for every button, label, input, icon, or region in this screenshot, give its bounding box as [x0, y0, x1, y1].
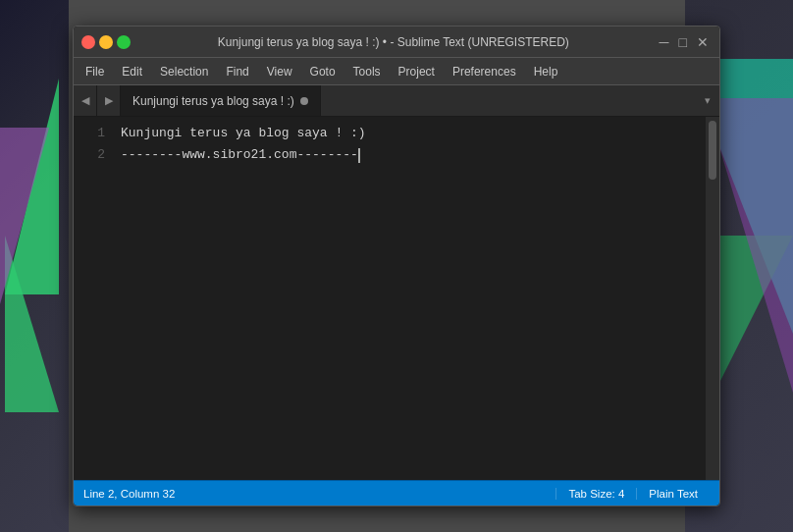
- menu-goto[interactable]: Goto: [302, 61, 344, 82]
- tab-spacer: [321, 85, 696, 116]
- title-bar-right-controls: ─ □ ✕: [657, 34, 712, 50]
- menu-find[interactable]: Find: [218, 61, 256, 82]
- tab-bar: ◀ ▶ Kunjungi terus ya blog saya ! :) ▾: [74, 85, 719, 117]
- win-minimize-icon[interactable]: ─: [657, 34, 672, 50]
- status-bar: Line 2, Column 32 Tab Size: 4 Plain Text: [74, 480, 719, 505]
- line-num-1: 1: [74, 123, 105, 144]
- menu-file[interactable]: File: [78, 61, 112, 82]
- window-controls: × − +: [81, 35, 131, 49]
- menu-tools[interactable]: Tools: [345, 61, 389, 82]
- main-window: × − + Kunjungi terus ya blog saya ! :) •…: [73, 26, 720, 506]
- menu-bar: File Edit Selection Find View Goto Tools…: [74, 58, 719, 85]
- menu-edit[interactable]: Edit: [114, 61, 150, 82]
- menu-selection[interactable]: Selection: [152, 61, 216, 82]
- active-tab[interactable]: Kunjungi terus ya blog saya ! :): [121, 85, 321, 116]
- status-right-items: Tab Size: 4 Plain Text: [555, 488, 710, 500]
- editor-area: 1 2 Kunjungi terus ya blog saya ! :) ---…: [74, 117, 719, 480]
- minimize-button[interactable]: −: [99, 35, 113, 49]
- code-line-1: Kunjungi terus ya blog saya ! :): [121, 123, 698, 144]
- status-tab-size[interactable]: Tab Size: 4: [555, 488, 636, 500]
- status-syntax[interactable]: Plain Text: [636, 488, 710, 500]
- tab-unsaved-dot: [300, 97, 308, 105]
- close-button[interactable]: ×: [81, 35, 95, 49]
- menu-preferences[interactable]: Preferences: [445, 61, 524, 82]
- tab-dropdown-button[interactable]: ▾: [696, 85, 719, 116]
- line-numbers: 1 2: [74, 117, 113, 480]
- code-line-2: --------www.sibro21.com--------: [121, 144, 698, 166]
- tab-prev-button[interactable]: ◀: [74, 85, 97, 116]
- menu-project[interactable]: Project: [391, 61, 443, 82]
- window-title: Kunjungi terus ya blog saya ! :) • - Sub…: [131, 35, 657, 49]
- tab-next-button[interactable]: ▶: [97, 85, 121, 116]
- status-position[interactable]: Line 2, Column 32: [83, 488, 555, 500]
- maximize-button[interactable]: +: [117, 35, 131, 49]
- text-cursor: [358, 148, 360, 163]
- line-num-2: 2: [74, 144, 105, 166]
- code-editor[interactable]: Kunjungi terus ya blog saya ! :) -------…: [113, 117, 706, 480]
- win-close-icon[interactable]: ✕: [694, 34, 712, 50]
- scrollbar-thumb[interactable]: [709, 121, 716, 180]
- menu-view[interactable]: View: [259, 61, 300, 82]
- menu-help[interactable]: Help: [526, 61, 566, 82]
- vertical-scrollbar[interactable]: [706, 117, 719, 480]
- tab-label: Kunjungi terus ya blog saya ! :): [132, 94, 294, 108]
- title-bar: × − + Kunjungi terus ya blog saya ! :) •…: [74, 27, 719, 58]
- win-maximize-icon[interactable]: □: [676, 34, 690, 50]
